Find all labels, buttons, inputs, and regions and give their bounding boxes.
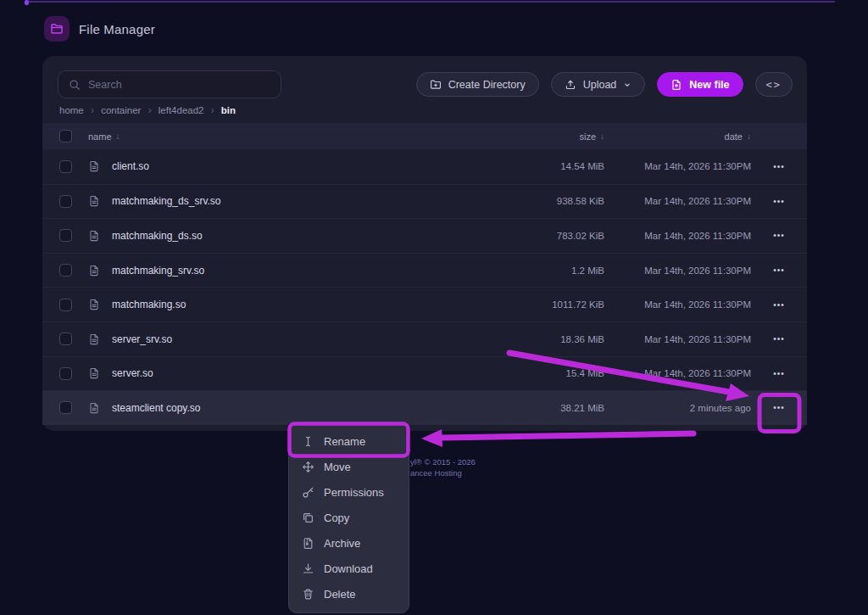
sort-desc-icon: ↓ [747,131,751,141]
file-icon [88,401,100,415]
file-date: Mar 14th, 2026 11:30PM [604,161,751,171]
row-checkbox[interactable] [59,229,72,242]
breadcrumb-separator-icon: › [91,104,94,115]
row-actions-button[interactable]: ••• [773,266,785,275]
row-checkbox[interactable] [59,299,72,311]
table-header: name ↓ size ↓ date ↓ [42,123,807,149]
file-plus-icon [670,79,682,91]
column-header-size[interactable]: size [579,131,596,142]
file-name[interactable]: matchmaking.so [112,299,469,310]
menu-item-label: Delete [324,588,356,601]
row-actions-button[interactable]: ••• [773,300,785,310]
file-name[interactable]: server_srv.so [112,333,469,345]
menu-item-label: Copy [324,512,349,524]
file-name[interactable]: matchmaking_ds_srv.so [112,195,469,207]
file-table-body: client.so 14.54 MiB Mar 14th, 2026 11:30… [42,149,807,425]
table-row[interactable]: matchmaking_ds.so 783.02 KiB Mar 14th, 2… [42,218,807,253]
row-actions-button[interactable]: ••• [773,369,785,378]
code-editor-button[interactable]: <> [755,72,793,97]
file-name[interactable]: server.so [112,367,469,379]
table-row[interactable]: server.so 15.4 MiB Mar 14th, 2026 11:30P… [42,356,807,391]
file-icon [88,333,100,346]
row-checkbox[interactable] [59,195,72,208]
row-actions-button[interactable]: ••• [773,334,785,344]
annotation-arrow-to-rename [442,433,693,438]
upload-icon [565,79,576,91]
menu-item-move[interactable]: Move [289,454,409,479]
menu-item-copy[interactable]: Copy [289,505,409,530]
row-actions-button[interactable]: ••• [773,231,785,240]
page-title: File Manager [79,22,155,36]
row-actions-button[interactable]: ••• [773,403,785,412]
file-size: 15.4 MiB [469,368,604,378]
menu-item-label: Rename [324,435,365,448]
file-date: Mar 14th, 2026 11:30PM [604,231,751,241]
file-date: Mar 14th, 2026 11:30PM [604,266,751,276]
column-header-date[interactable]: date [725,131,743,142]
file-size: 38.21 MiB [469,403,604,413]
menu-item-label: Permissions [324,486,384,499]
search-placeholder: Search [88,79,122,91]
file-icon [88,194,100,208]
menu-item-rename[interactable]: Rename [289,428,409,454]
text-cursor-icon [302,435,314,448]
menu-item-download[interactable]: Download [289,556,409,581]
folder-plus-icon [430,79,442,91]
table-row[interactable]: server_srv.so 18.36 MiB Mar 14th, 2026 1… [42,321,807,356]
file-name[interactable]: matchmaking_srv.so [112,265,469,277]
breadcrumb-container[interactable]: container [101,105,141,115]
row-checkbox[interactable] [59,160,72,173]
footer-line1: yl® © 2015 - 2026 [410,456,476,467]
search-icon [69,79,81,91]
table-row[interactable]: steamclient copy.so 38.21 MiB 2 minutes … [42,390,807,425]
footer-line2: ancee Hosting [410,467,476,478]
create-directory-button[interactable]: Create Directory [416,72,539,97]
chevron-down-icon [623,81,632,89]
folder-icon [44,16,70,42]
select-all-checkbox[interactable] [42,130,88,143]
file-size: 1011.72 KiB [469,299,604,310]
download-icon [302,562,314,575]
file-date: Mar 14th, 2026 11:30PM [604,299,751,310]
table-row[interactable]: matchmaking_ds_srv.so 938.58 KiB Mar 14t… [42,184,807,219]
breadcrumb: home › container › left4dead2 › bin [42,98,807,115]
row-checkbox[interactable] [59,333,72,345]
toolbar: Search Create Directory Upload [42,56,807,98]
breadcrumb-current: bin [221,105,236,115]
row-actions-button[interactable]: ••• [773,162,785,171]
sort-desc-icon: ↓ [116,131,120,141]
menu-item-delete[interactable]: Delete [289,581,409,607]
trash-icon [302,588,314,601]
menu-item-archive[interactable]: Archive [289,530,409,556]
row-checkbox[interactable] [59,264,72,277]
file-icon [88,298,100,311]
upload-button[interactable]: Upload [551,72,646,97]
code-icon: <> [766,79,782,91]
file-name[interactable]: client.so [112,160,469,172]
table-row[interactable]: matchmaking.so 1011.72 KiB Mar 14th, 202… [42,287,807,321]
file-context-menu: Rename Move Permissions Copy Archiv [288,422,409,613]
menu-item-permissions[interactable]: Permissions [289,479,409,505]
breadcrumb-separator-icon: › [211,104,214,115]
page-header: File Manager [44,16,155,42]
row-checkbox[interactable] [59,401,72,414]
row-checkbox[interactable] [59,367,72,380]
file-date: Mar 14th, 2026 11:30PM [604,368,751,378]
table-row[interactable]: client.so 14.54 MiB Mar 14th, 2026 11:30… [42,149,807,184]
column-header-name[interactable]: name [88,131,112,142]
new-file-button[interactable]: New file [657,72,743,97]
search-input[interactable]: Search [58,70,281,98]
file-name[interactable]: matchmaking_ds.so [112,230,469,242]
file-name[interactable]: steamclient copy.so [112,402,469,414]
row-actions-button[interactable]: ••• [773,197,785,206]
footer-credit: yl® © 2015 - 2026 ancee Hosting [410,456,476,478]
file-icon [88,264,100,277]
table-row[interactable]: matchmaking_srv.so 1.2 MiB Mar 14th, 202… [42,253,807,288]
file-icon [88,229,100,243]
upload-label: Upload [583,79,617,91]
breadcrumb-left4dead2[interactable]: left4dead2 [159,105,204,115]
breadcrumb-home[interactable]: home [59,105,84,115]
annotation-arrowhead-to-rename [421,429,442,447]
new-file-label: New file [689,79,729,91]
top-panel-edge [25,1,835,3]
